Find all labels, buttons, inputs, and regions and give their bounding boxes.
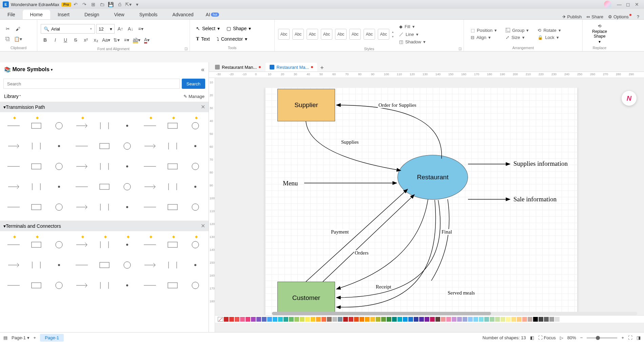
color-swatch[interactable] xyxy=(495,317,500,322)
share-button[interactable]: ⇔ Share xyxy=(586,14,603,19)
symbol-item[interactable] xyxy=(93,156,116,177)
color-swatch[interactable] xyxy=(273,317,277,322)
print-button[interactable]: ⎙ xyxy=(115,1,124,8)
color-swatch[interactable] xyxy=(343,317,348,322)
symbol-item[interactable] xyxy=(2,255,25,275)
menu-advanced[interactable]: Advanced xyxy=(165,10,201,19)
page[interactable]: Supplier Restaurant Customer Menu Suppli… xyxy=(265,87,577,323)
maximize-button[interactable]: ◻ xyxy=(624,1,632,8)
redo-button[interactable]: ↷ xyxy=(80,1,89,8)
color-swatch[interactable] xyxy=(294,317,299,322)
edge-payment[interactable]: Payment xyxy=(330,229,350,235)
symbol-item[interactable] xyxy=(47,255,70,275)
symbol-item[interactable] xyxy=(2,275,25,296)
symbol-item[interactable] xyxy=(184,156,207,177)
highlight-button[interactable]: ab▾ xyxy=(132,36,141,44)
canvas[interactable]: Supplier Restaurant Customer Menu Suppli… xyxy=(215,87,644,323)
symbol-item[interactable] xyxy=(161,116,184,136)
font-launcher[interactable]: ◲ xyxy=(184,47,188,51)
align-arrange-button[interactable]: ⊟ Align ▾ xyxy=(469,34,498,41)
superscript[interactable]: x² xyxy=(81,36,90,44)
symbol-item[interactable] xyxy=(70,275,93,296)
symbol-item[interactable] xyxy=(93,136,116,156)
color-swatch[interactable] xyxy=(267,317,272,322)
symbol-item[interactable] xyxy=(184,197,207,217)
color-swatch[interactable] xyxy=(359,317,364,322)
color-swatch[interactable] xyxy=(430,317,435,322)
color-swatch[interactable] xyxy=(321,317,326,322)
symbol-item[interactable] xyxy=(25,116,47,136)
copy-button[interactable]: ⿻ xyxy=(3,35,12,43)
color-swatch[interactable] xyxy=(305,317,310,322)
edge-orders[interactable]: Orders xyxy=(354,250,369,256)
no-fill[interactable] xyxy=(218,317,223,322)
select-tool[interactable]: ↖ Select ▾ xyxy=(193,24,222,33)
color-swatch[interactable] xyxy=(533,317,538,322)
symbol-item[interactable] xyxy=(70,116,93,136)
font-color[interactable]: A▾ xyxy=(142,36,151,44)
color-swatch[interactable] xyxy=(397,317,402,322)
color-swatch[interactable] xyxy=(240,317,245,322)
size-button[interactable]: ⤢ Size ▾ xyxy=(504,34,530,41)
shape-restaurant[interactable]: Restaurant xyxy=(397,155,468,200)
close-button[interactable]: ✕ xyxy=(632,1,641,8)
color-swatch[interactable] xyxy=(229,317,234,322)
symbol-item[interactable] xyxy=(25,275,47,296)
symbol-item[interactable] xyxy=(161,136,184,156)
zoom-level[interactable]: 80% xyxy=(567,335,576,340)
manage-button[interactable]: ✎ Manage xyxy=(183,94,204,99)
symbol-item[interactable] xyxy=(47,116,70,136)
present-button[interactable]: ▷ xyxy=(560,335,563,340)
symbol-item[interactable] xyxy=(184,136,207,156)
symbol-item[interactable] xyxy=(116,116,138,136)
symbol-item[interactable] xyxy=(93,116,116,136)
symbol-item[interactable] xyxy=(70,177,93,197)
color-swatch[interactable] xyxy=(501,317,505,322)
color-swatch[interactable] xyxy=(425,317,429,322)
search-button[interactable]: Search xyxy=(182,79,205,89)
label-sale-info[interactable]: Sale information xyxy=(513,196,557,203)
menu-design[interactable]: Design xyxy=(77,10,107,19)
group-button[interactable]: ⿺ Group ▾ xyxy=(504,27,530,34)
case-button[interactable]: Aa▾ xyxy=(102,36,111,44)
category-terminals[interactable]: ▾ Terminals and Connectors✕ xyxy=(0,221,209,231)
shape-tool[interactable]: ▢ Shape ▾ xyxy=(224,24,254,33)
color-swatch[interactable] xyxy=(311,317,315,322)
symbol-item[interactable] xyxy=(116,177,138,197)
menu-file[interactable]: File xyxy=(0,10,23,19)
replace-shape-button[interactable]: ⟲Replace Shape▾ xyxy=(589,24,610,44)
help-button[interactable]: ? xyxy=(637,14,639,19)
align-button[interactable]: ≡▾ xyxy=(136,24,145,33)
lock-button[interactable]: 🔒 Lock ▾ xyxy=(536,34,562,41)
new-button[interactable]: ⊞ xyxy=(89,1,98,8)
color-swatch[interactable] xyxy=(435,317,440,322)
symbol-item[interactable] xyxy=(25,235,47,255)
color-swatch[interactable] xyxy=(370,317,375,322)
color-swatch[interactable] xyxy=(251,317,256,322)
symbol-item[interactable] xyxy=(93,235,116,255)
color-swatch[interactable] xyxy=(452,317,456,322)
symbol-item[interactable] xyxy=(161,275,184,296)
symbol-item[interactable] xyxy=(93,197,116,217)
color-swatch[interactable] xyxy=(387,317,391,322)
menu-insert[interactable]: Insert xyxy=(50,10,77,19)
close-category-2[interactable]: ✕ xyxy=(201,223,205,229)
color-swatch[interactable] xyxy=(365,317,370,322)
color-swatch[interactable] xyxy=(278,317,283,322)
symbol-item[interactable] xyxy=(93,255,116,275)
menu-ai[interactable]: AIhot xyxy=(198,10,227,19)
color-swatch[interactable] xyxy=(332,317,337,322)
color-swatch[interactable] xyxy=(327,317,332,322)
menu-view[interactable]: View xyxy=(107,10,132,19)
label-supplies-info[interactable]: Supplies information xyxy=(513,160,568,167)
color-swatch[interactable] xyxy=(468,317,473,322)
menu-home[interactable]: Home xyxy=(23,10,50,19)
add-page[interactable]: + xyxy=(34,335,36,340)
page-tab-1[interactable]: Page-1 xyxy=(40,334,64,342)
symbol-item[interactable] xyxy=(93,275,116,296)
symbol-item[interactable] xyxy=(2,177,25,197)
strike-button[interactable]: S xyxy=(71,36,80,44)
zoom-slider[interactable] xyxy=(587,337,617,339)
edge-supplies[interactable]: Supplies xyxy=(340,139,359,145)
text-tool[interactable]: 𝐓 Text xyxy=(193,35,213,43)
